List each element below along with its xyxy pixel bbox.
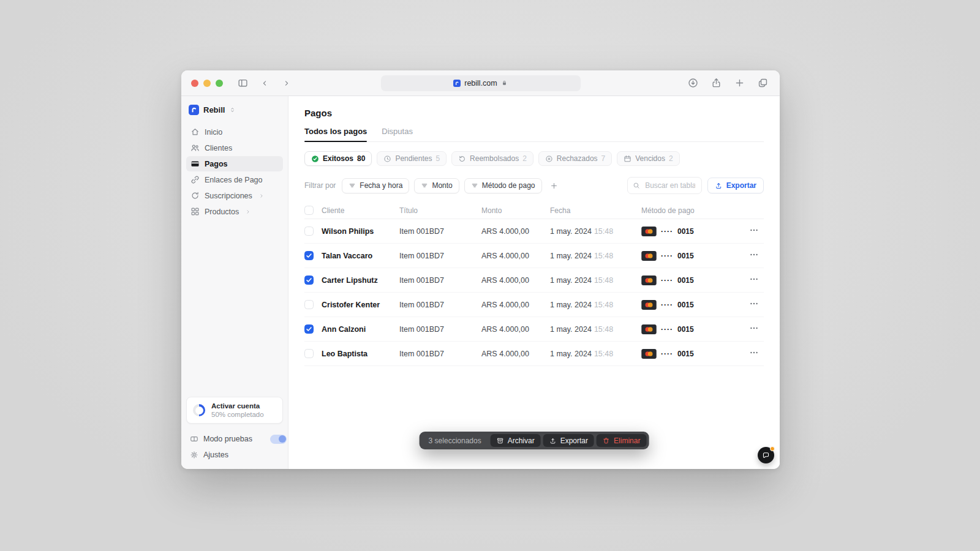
- row-checkbox[interactable]: [304, 300, 314, 309]
- main-content: Pagos Todos los pagos Disputas Exitosos8…: [288, 96, 780, 469]
- fecha-date: 1 may. 2024: [550, 276, 592, 285]
- grid-icon: [190, 207, 200, 216]
- status-filter-count: 2: [522, 154, 527, 163]
- sidebar-item-label: Enlaces de Pago: [205, 176, 263, 184]
- sidebar-toggle-button[interactable]: [235, 76, 250, 91]
- table-row[interactable]: Leo BaptistaItem 001BD7ARS 4.000,001 may…: [304, 342, 764, 366]
- sidebar-item-ajustes[interactable]: Ajustes: [186, 447, 283, 463]
- sidebar-item-productos[interactable]: Productos: [186, 204, 283, 219]
- close-window-button[interactable]: [191, 80, 198, 87]
- column-header-monto: Monto: [481, 206, 550, 215]
- export-button[interactable]: Exportar: [707, 178, 764, 193]
- selection-action-bar: 3 seleccionados ArchivarExportarEliminar: [420, 432, 649, 449]
- export-button-label: Exportar: [726, 181, 756, 190]
- row-checkbox[interactable]: [304, 276, 314, 285]
- table-row[interactable]: Cristofer KenterItem 001BD7ARS 4.000,001…: [304, 293, 764, 317]
- cell-cliente: Wilson Philips: [322, 227, 399, 236]
- table-row[interactable]: Ann CalzoniItem 001BD7ARS 4.000,001 may.…: [304, 317, 764, 342]
- search-icon: [633, 182, 640, 189]
- rebill-logo-icon: [189, 105, 199, 115]
- new-tab-button[interactable]: [732, 76, 747, 91]
- row-checkbox[interactable]: [304, 251, 314, 260]
- row-menu-button[interactable]: [748, 225, 760, 238]
- cell-fecha: 1 may. 202415:48: [550, 350, 641, 358]
- sidebar-item-suscripciones[interactable]: Suscripciones: [186, 188, 283, 203]
- row-menu-button[interactable]: [748, 299, 760, 311]
- clock-icon: [383, 155, 391, 163]
- cell-titulo: Item 001BD7: [399, 276, 481, 285]
- card-mask-dots: [661, 228, 673, 235]
- back-button[interactable]: [257, 76, 272, 91]
- downloads-button[interactable]: [685, 76, 700, 91]
- download-icon: [688, 78, 698, 88]
- x-circle-icon: [545, 155, 553, 163]
- cell-payment-method: 0015: [641, 349, 748, 359]
- cell-cliente: Leo Baptista: [322, 350, 399, 358]
- fecha-date: 1 may. 2024: [550, 301, 592, 309]
- forward-button[interactable]: [279, 76, 294, 91]
- maximize-window-button[interactable]: [216, 80, 223, 87]
- kebab-icon: [749, 323, 759, 333]
- status-filter-vencidos[interactable]: Vencidos2: [617, 151, 679, 166]
- sidebar-item-inicio[interactable]: Inicio: [186, 124, 283, 140]
- sidebar-item-label: Pagos: [205, 160, 228, 168]
- row-menu-button[interactable]: [748, 323, 760, 335]
- row-checkbox[interactable]: [304, 324, 314, 334]
- row-menu-button[interactable]: [748, 348, 760, 360]
- search-input[interactable]: [644, 181, 696, 190]
- cell-fecha: 1 may. 202415:48: [550, 276, 641, 285]
- filter-chip-metodo-de-pago[interactable]: Método de pago: [464, 178, 542, 193]
- sidebar-item-enlaces-de-pago[interactable]: Enlaces de Pago: [186, 172, 283, 187]
- table-row[interactable]: Talan VaccaroItem 001BD7ARS 4.000,001 ma…: [304, 244, 764, 268]
- tab-disputas[interactable]: Disputas: [382, 127, 413, 141]
- sidebar-toggle-icon: [238, 78, 248, 88]
- status-filter-exitosos[interactable]: Exitosos80: [304, 151, 372, 166]
- workspace-switcher[interactable]: Rebill: [186, 103, 283, 124]
- table-row[interactable]: Carter LipshutzItem 001BD7ARS 4.000,001 …: [304, 268, 764, 293]
- card-mask-dots: [661, 277, 673, 284]
- activation-card[interactable]: Activar cuenta 50% completado: [186, 397, 283, 424]
- fecha-time: 15:48: [594, 350, 613, 358]
- site-favicon-icon: [453, 80, 461, 87]
- status-filter-reembolsados[interactable]: Reembolsados2: [451, 151, 533, 166]
- share-icon: [711, 78, 722, 88]
- status-filter-count: 2: [669, 154, 673, 163]
- filter-chips: Fecha y horaMontoMétodo de pago: [342, 178, 546, 193]
- status-filter-label: Reembolsados: [470, 154, 519, 163]
- address-bar[interactable]: rebill.com: [381, 75, 581, 91]
- selection-action-exportar[interactable]: Exportar: [543, 434, 594, 447]
- row-checkbox[interactable]: [304, 227, 314, 236]
- card-last4: 0015: [677, 227, 694, 236]
- sidebar-item-pagos[interactable]: Pagos: [186, 156, 283, 171]
- selection-action-eliminar[interactable]: Eliminar: [597, 434, 646, 447]
- fecha-date: 1 may. 2024: [550, 227, 592, 236]
- status-filter-pendientes[interactable]: Pendientes5: [377, 151, 447, 166]
- filter-by-label: Filtrar por: [304, 181, 336, 190]
- row-checkbox[interactable]: [304, 349, 314, 358]
- refund-icon: [458, 155, 466, 163]
- card-last4: 0015: [677, 252, 694, 260]
- cell-payment-method: 0015: [641, 251, 748, 261]
- chevron-right-icon: [258, 193, 265, 199]
- table-row[interactable]: Wilson PhilipsItem 001BD7ARS 4.000,001 m…: [304, 219, 764, 244]
- status-filter-count: 7: [601, 154, 606, 163]
- row-menu-button[interactable]: [748, 274, 760, 287]
- row-menu-button[interactable]: [748, 250, 760, 262]
- sidebar-item-clientes[interactable]: Clientes: [186, 140, 283, 156]
- status-filter-rechazados[interactable]: Rechazados7: [538, 151, 612, 166]
- selection-action-archivar[interactable]: Archivar: [491, 434, 541, 447]
- progress-ring: [193, 404, 205, 416]
- filter-chip-fecha-y-hora[interactable]: Fecha y hora: [342, 178, 409, 193]
- mastercard-icon: [641, 324, 657, 334]
- filter-chip-monto[interactable]: Monto: [414, 178, 459, 193]
- add-filter-button[interactable]: [547, 178, 562, 193]
- cell-monto: ARS 4.000,00: [481, 252, 550, 260]
- test-mode-toggle[interactable]: [270, 435, 287, 444]
- chat-launcher-button[interactable]: [758, 447, 774, 463]
- minimize-window-button[interactable]: [203, 80, 211, 87]
- share-button[interactable]: [709, 76, 723, 91]
- tab-todos-los-pagos[interactable]: Todos los pagos: [304, 127, 367, 141]
- tab-overview-button[interactable]: [755, 76, 770, 91]
- card-last4: 0015: [677, 276, 694, 285]
- select-all-checkbox[interactable]: [304, 206, 314, 215]
